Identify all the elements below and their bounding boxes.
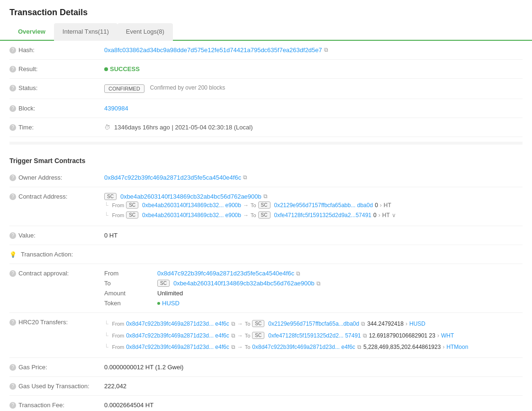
hrc20-tree-3: └ (104, 344, 108, 350)
hrc20-from-3[interactable]: 0x8d47c922b39fc469a2871d23d... e4f6c (126, 344, 229, 350)
contract-address-value: SC 0xbe4ab2603140f134869cb32ab4bc56d762a… (104, 193, 523, 200)
hrc20-from-copy-2[interactable]: ⧉ (231, 332, 235, 339)
time-row: ? Time: ⏱ 1346days 16hrs ago | 2021-05-0… (9, 118, 523, 137)
to-link-2[interactable]: 0xfe47128fc5f1591325d2d9a2...57491 (274, 212, 372, 219)
hrc20-arrow-3: → (237, 344, 243, 350)
ca-to-copy[interactable]: ⧉ (316, 280, 321, 287)
contract-copy-icon[interactable]: ⧉ (263, 193, 268, 200)
transaction-fee-help-icon[interactable]: ? (9, 402, 16, 409)
hrc20-to-copy-2[interactable]: ⧉ (363, 332, 367, 339)
owner-help-icon[interactable]: ? (9, 174, 16, 181)
hrc20-transfers-label: ? HRC20 Transfers: (9, 319, 104, 326)
hrc20-row-3: └ From 0x8d47c922b39fc469a2871d23d... e4… (104, 342, 468, 352)
gas-price-label: ? Gas Price: (9, 364, 104, 371)
confirmed-description: Confirmed by over 200 blocks (150, 84, 225, 91)
block-link[interactable]: 4390984 (104, 105, 128, 112)
hash-link[interactable]: 0xa8fc033862ad34bc9a98dde7d575e12fe51d74… (104, 46, 322, 54)
block-row: ? Block: 4390984 (9, 99, 523, 118)
contract-help-icon[interactable]: ? (9, 193, 16, 200)
from-link-2[interactable]: 0xbe4ab2603140f134869cb32... e900b (142, 212, 241, 219)
transaction-action-row: 💡 Transaction Action: (9, 245, 523, 264)
contract-sc-badge: SC (104, 193, 117, 200)
hrc20-arrow-2: → (237, 332, 243, 339)
from-sc-badge-1: SC (126, 201, 138, 209)
gas-price-help-icon[interactable]: ? (9, 364, 16, 371)
to-link-1[interactable]: 0x2129e956d7157ffbcfa65abb... dba0d (274, 202, 373, 209)
from-sc-badge-2: SC (126, 211, 138, 219)
hrc20-help-icon[interactable]: ? (9, 319, 16, 326)
tab-event-logs[interactable]: Event Logs(8) (117, 23, 173, 41)
ca-from-copy[interactable]: ⧉ (296, 270, 300, 277)
hash-label: ? Hash: (9, 46, 104, 54)
hrc20-to-1[interactable]: 0x2129e956d7157ffbcfa65a...dba0d (268, 320, 359, 327)
from-link-1[interactable]: 0xbe4ab2603140f134869cb32... e900b (142, 202, 241, 209)
value-help-icon[interactable]: ? (9, 232, 16, 239)
block-value-col: 4390984 (104, 105, 523, 112)
success-dot-icon (104, 67, 108, 71)
arrow-right-1: › (380, 202, 382, 209)
transaction-fee-value: 0.0002664504 HT (104, 402, 523, 409)
owner-copy-icon[interactable]: ⧉ (243, 174, 247, 181)
tabs-container: Overview Internal Txns(11) Event Logs(8) (9, 23, 523, 40)
hash-copy-icon[interactable]: ⧉ (324, 46, 328, 53)
tree-icon-2: └ (104, 212, 108, 219)
transaction-fee-label: ? Transaction Fee: (9, 402, 104, 409)
hrc20-from-2[interactable]: 0x8d47c922b39fc469a2871d23d... e4f6c (126, 332, 229, 339)
tab-internal-txns[interactable]: Internal Txns(11) (54, 23, 117, 41)
chevron-down-icon[interactable]: ∨ (392, 212, 396, 219)
contract-approval-value: From 0x8d47c922b39fc469a2871d23d5fe5ca45… (104, 270, 523, 307)
contract-address-label: ? Contract Address: (9, 193, 104, 200)
transaction-fee-row: ? Transaction Fee: 0.0002664504 HT (9, 396, 523, 411)
result-help-icon[interactable]: ? (9, 66, 16, 73)
result-row: ? Result: SUCCESS (9, 60, 523, 79)
hrc20-token-2[interactable]: WHT (441, 332, 454, 339)
ca-from-link[interactable]: 0x8d47c922b39fc469a2871d23d5fe5ca4540e4f… (157, 270, 294, 277)
hrc20-from-copy-3[interactable]: ⧉ (231, 344, 235, 350)
clock-icon: ⏱ (104, 124, 110, 131)
page-header: Transaction Details Overview Internal Tx… (0, 0, 532, 41)
time-help-icon[interactable]: ? (9, 124, 16, 131)
owner-address-row: ? Owner Address: 0x8d47c922b39fc469a2871… (9, 168, 523, 187)
contract-approval-grid: From 0x8d47c922b39fc469a2871d23d5fe5ca45… (104, 270, 321, 307)
token-link[interactable]: HUSD (162, 300, 180, 307)
section-divider-1 (9, 142, 523, 145)
arrow-icon-2: → (243, 212, 249, 219)
result-value-col: SUCCESS (104, 65, 523, 73)
transaction-action-label: 💡 Transaction Action: (9, 251, 104, 258)
hrc20-transfers-value: └ From 0x8d47c922b39fc469a2871d23d... e4… (104, 319, 523, 352)
status-help-icon[interactable]: ? (9, 85, 16, 91)
smart-contracts-title: Trigger Smart Contracts (9, 149, 523, 168)
to-sc-badge-1: SC (258, 201, 271, 209)
hrc20-to-3[interactable]: 0x8d47c922b39fc469a2871d23d... e4f6c (252, 344, 355, 350)
hrc20-token-3[interactable]: HTMoon (446, 344, 468, 350)
value-label: ? Value: (9, 232, 104, 239)
hash-row: ? Hash: 0xa8fc033862ad34bc9a98dde7d575e1… (9, 41, 523, 60)
status-label: ? Status: (9, 84, 104, 91)
value-row: ? Value: 0 HT (9, 226, 523, 245)
hrc20-from-1[interactable]: 0x8d47c922b39fc469a2871d23d... e4f6c (126, 320, 229, 327)
block-help-icon[interactable]: ? (9, 105, 16, 112)
gas-used-row: ? Gas Used by Transaction: 222,042 (9, 377, 523, 396)
hrc20-token-1[interactable]: HUSD (409, 320, 425, 327)
time-text: 1346days 16hrs ago | 2021-05-04 02:30:18… (114, 124, 252, 131)
hrc20-to-sc-2: SC (252, 332, 264, 339)
transfer-row-1: └ From SC 0xbe4ab2603140f134869cb32... e… (104, 200, 523, 210)
hash-help-icon[interactable]: ? (9, 47, 16, 54)
success-badge: SUCCESS (104, 65, 140, 73)
contract-address-link[interactable]: 0xbe4ab2603140f134869cb32ab4bc56d762ae90… (120, 193, 261, 200)
contract-transfers: └ From SC 0xbe4ab2603140f134869cb32... e… (9, 200, 523, 220)
hrc20-to-copy-1[interactable]: ⧉ (361, 320, 365, 327)
owner-address-link[interactable]: 0x8d47c922b39fc469a2871d23d5fe5ca4540e4f… (104, 174, 241, 181)
ca-amount: Unlimited (157, 290, 321, 297)
ca-from: 0x8d47c922b39fc469a2871d23d5fe5ca4540e4f… (157, 270, 321, 277)
gas-used-help-icon[interactable]: ? (9, 383, 16, 390)
hrc20-from-copy-1[interactable]: ⧉ (231, 320, 235, 327)
hrc20-to-copy-3[interactable]: ⧉ (357, 344, 361, 350)
hrc20-to-2[interactable]: 0xfe47128fc5f1591325d2d2... 57491 (268, 332, 361, 339)
contract-approval-help-icon[interactable]: ? (9, 270, 16, 277)
ca-to-sc-badge: SC (157, 280, 170, 287)
tab-overview[interactable]: Overview (9, 23, 54, 41)
ca-to-link[interactable]: 0xbe4ab2603140f134869cb32ab4bc56d762ae90… (173, 280, 315, 287)
hash-value-col: 0xa8fc033862ad34bc9a98dde7d575e12fe51d74… (104, 46, 523, 54)
gas-used-label: ? Gas Used by Transaction: (9, 383, 104, 390)
